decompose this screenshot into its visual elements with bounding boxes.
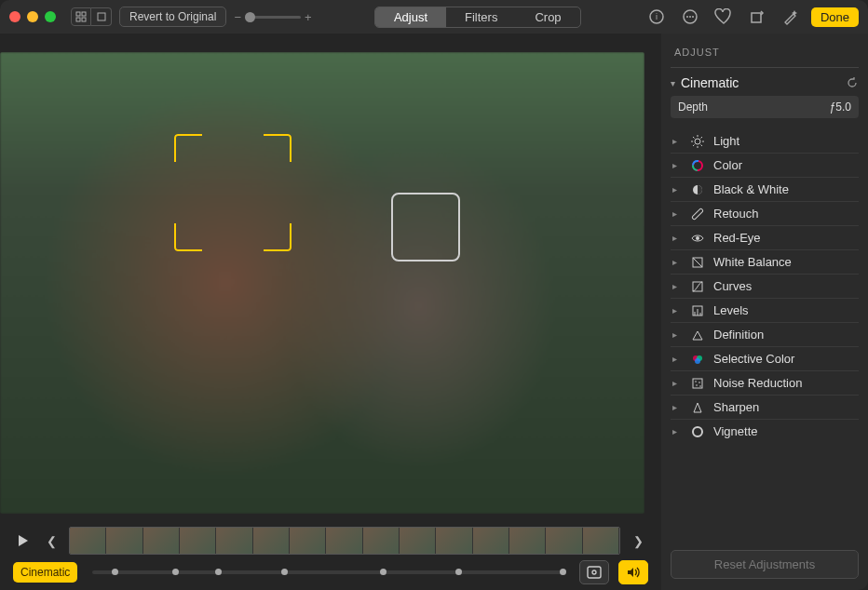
svg-point-14	[695, 139, 700, 144]
adjustment-item-label: Black & White	[713, 182, 789, 196]
filmstrip-thumb[interactable]	[583, 528, 619, 554]
adjustment-item-red-eye[interactable]: ▸Red-Eye	[671, 226, 859, 250]
audio-button[interactable]	[618, 560, 648, 584]
zoom-slider-thumb[interactable]	[245, 12, 255, 22]
revert-button[interactable]: Revert to Original	[119, 7, 226, 27]
cinematic-header[interactable]: ▾ Cinematic	[671, 75, 859, 90]
cinematic-chip[interactable]: Cinematic	[13, 562, 77, 583]
transport-controls-row: Cinematic	[13, 560, 648, 584]
zoom-control[interactable]: − +	[234, 10, 311, 24]
svg-point-41	[696, 384, 698, 386]
chevron-right-icon: ▸	[672, 257, 682, 267]
zoom-slider-track[interactable]	[245, 16, 301, 19]
window-controls	[9, 11, 56, 22]
adjustment-item-vignette[interactable]: ▸Vignette	[671, 420, 859, 443]
noise-icon	[689, 377, 706, 390]
trim-start-handle[interactable]: ❮	[41, 528, 61, 554]
adjustment-item-sharpen[interactable]: ▸Sharpen	[671, 396, 859, 420]
adjustment-item-label: Retouch	[713, 207, 758, 221]
filmstrip-thumb[interactable]	[216, 528, 252, 554]
filmstrip-thumb[interactable]	[326, 528, 362, 554]
trim-end-handle[interactable]: ❯	[628, 528, 648, 554]
cinematic-label: Cinematic	[681, 75, 739, 90]
photo-viewer[interactable]	[0, 52, 644, 514]
filmstrip-thumb[interactable]	[143, 528, 180, 554]
minimize-window-button[interactable]	[27, 11, 38, 22]
filmstrip-thumb[interactable]	[106, 528, 142, 554]
filmstrip-thumb[interactable]	[400, 528, 436, 554]
adjustment-item-label: Levels	[713, 303, 749, 317]
adjustment-item-label: Light	[713, 134, 739, 148]
adjustment-item-color[interactable]: ▸Color	[671, 154, 859, 178]
vignette-icon	[689, 425, 706, 438]
done-button[interactable]: Done	[811, 7, 859, 27]
adjustment-item-noise-reduction[interactable]: ▸Noise Reduction	[671, 371, 859, 396]
light-icon	[689, 135, 706, 148]
adjustment-item-label: White Balance	[713, 255, 792, 269]
zoom-window-button[interactable]	[45, 11, 56, 22]
filmstrip[interactable]	[69, 527, 620, 555]
focus-target-button[interactable]	[579, 560, 609, 584]
filmstrip-thumb[interactable]	[509, 528, 546, 554]
depth-row[interactable]: Depth ƒ5.0	[671, 96, 859, 118]
close-window-button[interactable]	[9, 11, 20, 22]
adjustment-item-curves[interactable]: ▸Curves	[671, 275, 859, 299]
filmstrip-thumb[interactable]	[436, 528, 472, 554]
filmstrip-thumb[interactable]	[473, 528, 509, 554]
keyframe-dot[interactable]	[172, 569, 179, 575]
keyframe-dot[interactable]	[560, 569, 566, 575]
filmstrip-thumb[interactable]	[290, 528, 326, 554]
auto-enhance-icon[interactable]	[778, 6, 804, 28]
keyframe-dot[interactable]	[281, 569, 288, 575]
adjustment-item-definition[interactable]: ▸Definition	[671, 323, 859, 347]
favorite-heart-icon[interactable]	[711, 6, 737, 28]
photo-content	[0, 52, 644, 514]
adjustment-item-label: Sharpen	[713, 400, 759, 414]
adjustment-item-light[interactable]: ▸Light	[671, 129, 859, 154]
rotate-icon[interactable]	[744, 6, 770, 28]
chevron-down-icon: ▾	[671, 78, 675, 88]
secondary-focus-bracket[interactable]	[391, 193, 460, 261]
chevron-right-icon: ▸	[672, 426, 682, 436]
filmstrip-thumb[interactable]	[70, 528, 106, 554]
adjustment-item-black-white[interactable]: ▸Black & White	[671, 178, 859, 202]
wb-icon	[689, 256, 706, 269]
chevron-right-icon: ▸	[672, 354, 682, 364]
transport-bar: ❮ ❯ Cinematic	[0, 523, 661, 590]
adjustment-item-levels[interactable]: ▸Levels	[671, 299, 859, 323]
grid-view-icon	[71, 7, 91, 26]
play-button[interactable]	[13, 528, 34, 554]
keyframe-track[interactable]	[92, 570, 564, 574]
titlebar: Revert to Original − + Adjust Filters Cr…	[0, 0, 868, 34]
info-icon[interactable]: i	[644, 6, 670, 28]
tab-crop[interactable]: Crop	[516, 7, 579, 27]
keyframe-dot[interactable]	[380, 569, 387, 575]
filmstrip-thumb[interactable]	[363, 528, 400, 554]
main-area: ❮ ❯ Cinematic ADJUST ▾ Cinematic	[0, 34, 868, 590]
reset-adjustments-button[interactable]: Reset Adjustments	[671, 550, 859, 579]
chevron-right-icon: ▸	[672, 402, 682, 412]
primary-focus-bracket[interactable]	[174, 134, 292, 251]
keyframe-dot[interactable]	[455, 569, 462, 575]
keyframe-dot[interactable]	[112, 569, 118, 575]
adjustment-item-white-balance[interactable]: ▸White Balance	[671, 250, 859, 275]
tab-filters[interactable]: Filters	[446, 7, 516, 27]
filmstrip-thumb[interactable]	[180, 528, 216, 554]
svg-line-22	[701, 137, 703, 139]
svg-rect-27	[692, 208, 704, 220]
thumbnail-view-toggle[interactable]	[71, 7, 112, 26]
adjustment-item-selective-color[interactable]: ▸Selective Color	[671, 347, 859, 371]
svg-line-20	[701, 144, 703, 146]
triangle-icon	[689, 329, 706, 342]
tab-adjust[interactable]: Adjust	[375, 7, 446, 27]
eye-icon	[689, 232, 706, 245]
adjustment-item-retouch[interactable]: ▸Retouch	[671, 202, 859, 226]
keyframe-dot[interactable]	[215, 569, 222, 575]
more-icon[interactable]	[677, 6, 703, 28]
svg-point-43	[693, 427, 702, 436]
filmstrip-thumb[interactable]	[253, 528, 290, 554]
svg-rect-1	[82, 12, 86, 16]
filmstrip-thumb[interactable]	[546, 528, 582, 554]
cinematic-reset-icon[interactable]	[846, 76, 859, 89]
zoom-out-icon: −	[234, 10, 241, 24]
